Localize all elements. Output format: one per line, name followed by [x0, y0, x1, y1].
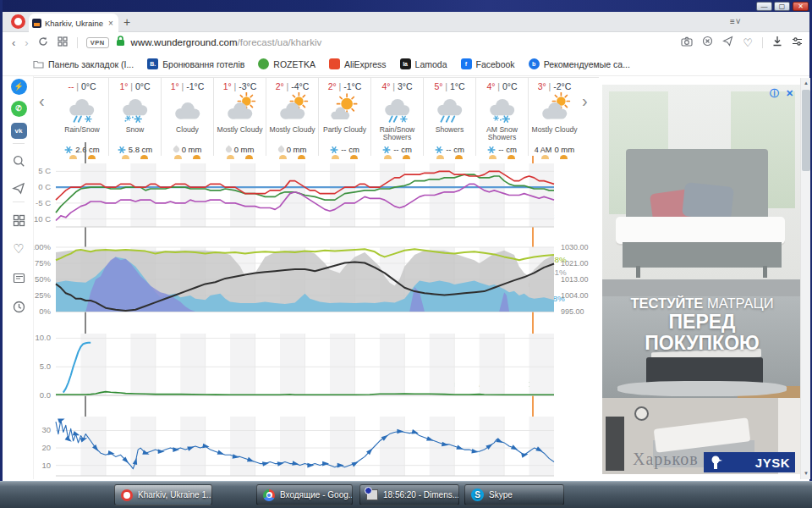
forecast-day-tile[interactable]: 4° | 3°CRain/Snow Showers-- cm	[370, 78, 423, 156]
divider	[762, 37, 763, 48]
precip-chart[interactable]: 10.05.00.0	[34, 330, 626, 400]
svg-text:5.0: 5.0	[40, 362, 51, 371]
mostly-cloudy-icon	[266, 92, 318, 126]
bookmarks-heart-icon[interactable]: ♡	[10, 240, 27, 257]
forecast-day-tile[interactable]: 5° | 1°CShowers-- cm	[423, 78, 475, 156]
forecast-day-tile[interactable]: 1° | -1°CCloudy0 mm	[161, 78, 213, 156]
taskbar-button-opera[interactable]: Kharkiv, Ukraine 1...	[114, 484, 212, 505]
ad-info-icon[interactable]: ⓘ	[769, 88, 780, 99]
window-titlebar: — ▢ ✕	[0, 0, 812, 12]
minimize-button[interactable]: —	[756, 2, 772, 11]
tab-close-icon[interactable]: ×	[107, 19, 115, 28]
shelf	[606, 417, 624, 471]
forecast-day-tile[interactable]: 1° | -3°CMostly Cloudy0 mm	[213, 78, 266, 156]
my-flow-icon[interactable]	[722, 35, 733, 50]
bookmark-rozetka[interactable]: ROZETKA	[258, 58, 315, 69]
jysk-brand-text: JYSK	[755, 456, 790, 470]
back-icon[interactable]: ‹	[12, 37, 15, 48]
bookmark-label: AliExpress	[344, 59, 387, 69]
forecast-day-tile[interactable]: 4° | 0°CAM Snow Showers-- cm	[475, 78, 528, 156]
scrollbar-thumb[interactable]	[802, 90, 810, 171]
ad-line3: ПОКУПКОЮ	[602, 333, 802, 354]
precip-amount: 5.8 cm	[109, 145, 161, 154]
bookmark-folder[interactable]: Панель закладок (І...	[33, 59, 134, 69]
raindrop-icon	[277, 146, 285, 154]
lamoda-icon: la	[400, 58, 411, 69]
wind-chart[interactable]: 302010	[34, 413, 626, 478]
ad-headline-bold: ТЕСТУЙТЕ	[631, 295, 704, 311]
forecast-day-tile[interactable]: 2° | -4°CMostly Cloudy0 mm	[266, 78, 318, 156]
forecast-day-tile[interactable]: -- | 0°CRain/Snow2.6 cm	[56, 78, 108, 156]
download-icon[interactable]	[772, 35, 782, 50]
day-hi-lo-temps: 3° | -2°C	[529, 81, 580, 91]
bookmark-facebook[interactable]: fFacebook	[461, 58, 515, 69]
partly-cloudy-icon	[319, 92, 370, 126]
taskbar-button-label: Skype	[489, 490, 513, 500]
temperature-chart[interactable]: 5 C0 C-5 C-10 C	[34, 157, 626, 232]
taskbar-button-skype[interactable]: S Skype	[464, 484, 564, 505]
svg-text:1021.00: 1021.00	[561, 259, 589, 268]
browser-tab[interactable]: Kharkiv, Ukraine 10-Day W ×	[29, 14, 118, 32]
scroll-up-icon[interactable]: ▲	[801, 78, 811, 89]
speed-dial-icon[interactable]	[58, 36, 68, 48]
condition-label: Cloudy	[162, 126, 213, 143]
my-flow-sidebar-icon[interactable]	[10, 179, 27, 196]
svg-text:5 C: 5 C	[38, 166, 51, 175]
forecast-day-tile[interactable]: 2° | -1°CPartly Cloudy-- cm	[318, 78, 370, 156]
maximize-button[interactable]: ▢	[774, 2, 790, 11]
forecast-day-tile[interactable]: 3° | -2°CMostly Cloudy4 AM0 mm	[528, 78, 580, 156]
reload-icon[interactable]	[38, 36, 48, 48]
ad-close-icon[interactable]: ✕	[784, 88, 795, 99]
new-tab-button[interactable]: +	[123, 15, 130, 29]
vpn-badge[interactable]: VPN	[86, 37, 109, 48]
bookmark-heart-icon[interactable]: ♡	[743, 36, 753, 49]
bookmark-recommended[interactable]: bРекомендуемые са...	[529, 58, 630, 69]
opera-icon	[121, 489, 133, 501]
skype-icon: S	[471, 489, 484, 501]
day-hi-lo-temps: -- | 0°C	[56, 81, 108, 91]
condition-label: Rain/Snow	[56, 126, 108, 143]
secure-lock-icon[interactable]	[116, 35, 125, 50]
address-bar-actions: ♡	[681, 32, 803, 52]
adblock-icon[interactable]	[702, 35, 713, 50]
taskbar-button-chrome[interactable]: Входящие - Goog...	[256, 484, 353, 505]
day-hi-lo-temps: 2° | -1°C	[319, 81, 370, 91]
raindrop-icon	[224, 146, 233, 154]
forecast-day-tile[interactable]: 1° | 0°CSnow5.8 cm	[108, 78, 161, 156]
bookmark-label: Facebook	[476, 59, 515, 69]
bed-leg	[763, 266, 767, 278]
messenger-icon[interactable]: ⚡	[10, 78, 27, 95]
cloud-chart[interactable]: 100%75%50%25%0%1030.001021.001013.001004…	[34, 244, 626, 315]
aliexpress-icon	[329, 58, 340, 69]
tab-strip: Kharkiv, Ukraine 10-Day W × + ≡˅	[3, 12, 809, 32]
carousel-next-icon[interactable]: ›	[582, 91, 588, 111]
snowflake-icon	[487, 146, 496, 154]
speed-dial-sidebar-icon[interactable]	[10, 212, 27, 229]
taskbar-button-dimens[interactable]: 18:56:20 - Dimens...	[359, 484, 459, 505]
carousel-prev-icon[interactable]: ‹	[39, 91, 45, 111]
snapshot-camera-icon[interactable]	[681, 35, 693, 50]
vk-icon[interactable]: vk	[10, 122, 27, 139]
bookmark-lamoda[interactable]: laLamoda	[400, 58, 447, 69]
precip-amount: 0 mm	[162, 145, 213, 154]
day-hi-lo-temps: 4° | 0°C	[476, 81, 528, 91]
forward-icon[interactable]: ›	[25, 37, 28, 48]
bookmark-label: Бронювання готелів	[162, 59, 244, 69]
page-scrollbar[interactable]: ▲ ▼	[800, 78, 810, 479]
opera-menu-button[interactable]	[11, 14, 25, 29]
url-text[interactable]: www.wunderground.com/forecast/ua/kharkiv	[131, 37, 322, 47]
easy-setup-sliders-icon[interactable]	[792, 35, 803, 50]
bookmark-booking[interactable]: B.Бронювання готелів	[147, 58, 244, 69]
search-icon[interactable]	[10, 152, 27, 169]
advertisement[interactable]: ⓘ ✕ ТЕСТУЙТЕ МАТРАЦИ ПЕРЕД ПОКУПКОЮ Харь…	[602, 85, 802, 474]
personal-news-icon[interactable]	[10, 269, 27, 286]
tab-menu-icon[interactable]: ≡˅	[730, 17, 742, 26]
close-button[interactable]: ✕	[793, 2, 809, 11]
opera-sidebar: ⚡ ✆ vk ♡	[3, 76, 34, 479]
scroll-down-icon[interactable]: ▼	[801, 468, 811, 479]
ad-photo-bottom: Харьков Форум JYSK	[602, 398, 802, 474]
svg-text:10: 10	[41, 461, 51, 470]
history-clock-icon[interactable]	[10, 298, 27, 315]
bookmark-aliexpress[interactable]: AliExpress	[329, 58, 387, 69]
whatsapp-icon[interactable]: ✆	[10, 100, 27, 117]
